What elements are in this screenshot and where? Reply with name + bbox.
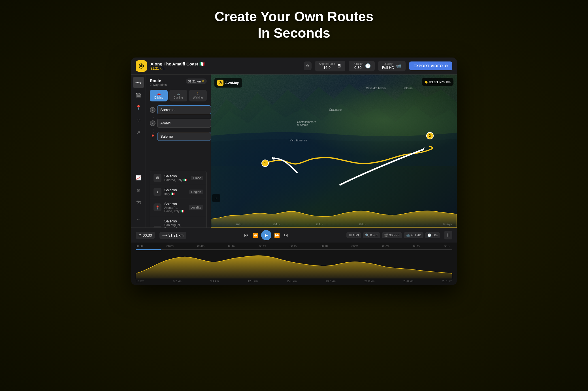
route-panel-title: Route bbox=[150, 78, 167, 83]
video-sidebar-icon: 🎬 bbox=[136, 92, 141, 98]
route-badge-clear[interactable]: ✕ bbox=[202, 79, 204, 83]
headline-line2: In Seconds bbox=[258, 26, 330, 41]
route-icon: ⟿ bbox=[135, 80, 142, 85]
aspect-ratio-label: Aspect Ratio bbox=[319, 62, 335, 65]
svg-text:15 km: 15 km bbox=[272, 223, 280, 226]
waypoint-row-2: 2 bbox=[150, 119, 207, 128]
panel-toggle-button[interactable]: ⏸ bbox=[444, 231, 452, 239]
quality-button[interactable]: Quality Full HD 📹 bbox=[378, 61, 406, 71]
tl-18: 00:18 bbox=[321, 245, 328, 248]
avomap-logo bbox=[217, 80, 223, 86]
app-logo bbox=[136, 60, 147, 72]
waypoint-marker-1: 1 bbox=[261, 160, 269, 167]
speed-icon: 🔍 bbox=[365, 233, 369, 237]
tab-cycling[interactable]: 🚲 Cycling bbox=[169, 90, 187, 101]
sidebar-item-route[interactable]: ⟿ bbox=[133, 77, 144, 88]
svg-point-6 bbox=[220, 82, 221, 83]
dist-icon: ⟷ bbox=[162, 233, 167, 237]
map-info-button[interactable]: ℹ bbox=[212, 194, 220, 202]
timeline-km-labels: 3.1 km 6.2 km 9.4 km 12.5 km 15.6 km 18.… bbox=[136, 280, 452, 283]
sidebar-item-chart[interactable]: 📈 bbox=[133, 172, 144, 183]
gold-diamond-icon: ◆ bbox=[425, 80, 428, 84]
ratio-meta-badge: 🖥 16/9 bbox=[346, 232, 361, 238]
aspect-ratio-value: 16:9 bbox=[323, 65, 331, 70]
waypoint-input-1[interactable] bbox=[157, 105, 211, 114]
sidebar-item-diamond[interactable]: ◇ bbox=[133, 114, 144, 126]
ac-sub-1: Italy 🇮🇹 bbox=[164, 192, 186, 196]
map-elevation-overlay: 10 km 15 km 21 km 25 km bbox=[211, 205, 457, 228]
autocomplete-item-3[interactable]: 🏠 Salerno San Miguel, Buenos Aires Provi… bbox=[150, 216, 206, 228]
tab-driving[interactable]: 🚗 Driving bbox=[150, 90, 168, 101]
cycling-icon: 🚲 bbox=[177, 92, 180, 95]
sidebar-item-layers[interactable]: ⊕ bbox=[133, 184, 144, 196]
km-187: 18.7 km bbox=[325, 280, 336, 283]
map-area[interactable]: Castellammaredi Stabia Gragnano Vico Equ… bbox=[211, 75, 457, 228]
quality-value: Full HD bbox=[382, 65, 394, 70]
cycling-label: Cycling bbox=[174, 96, 183, 99]
ac-sub-3: San Miguel, Buenos Aires Province, B1663… bbox=[164, 223, 188, 228]
fast-forward-button[interactable]: ⏩ bbox=[273, 231, 281, 239]
tl-27: 00:27 bbox=[413, 245, 420, 248]
playback-bar: ⊙ 00:30 ⟷ 31.21 km ⏮ ⏪ ▶ ⏩ ⏭ 🖥 16/9 🔍 0.… bbox=[131, 228, 457, 243]
ac-icon-3: 🏠 bbox=[154, 226, 161, 228]
km-125: 12.5 km bbox=[248, 280, 258, 283]
duration-button[interactable]: Duration 0:30 🕐 bbox=[349, 61, 375, 71]
autocomplete-item-2[interactable]: 📍 Salerno Arena Po, Pavia, Italy 🇮🇹 Loca… bbox=[150, 199, 206, 216]
settings-button[interactable]: ⚙ bbox=[304, 61, 312, 70]
timeline-track[interactable] bbox=[136, 249, 452, 250]
waypoint-input-2[interactable] bbox=[157, 119, 211, 128]
waypoint-row-3: 📍 ✕ bbox=[150, 132, 207, 141]
speed-meta-value: 0.96x bbox=[370, 233, 378, 237]
ac-text-3: Salerno San Miguel, Buenos Aires Provinc… bbox=[164, 219, 188, 228]
ac-text-2: Salerno Arena Po, Pavia, Italy 🇮🇹 bbox=[164, 202, 186, 213]
avomap-text: AvoMap bbox=[225, 81, 239, 85]
svg-text:25 km: 25 km bbox=[359, 223, 366, 226]
rewind-button[interactable]: ⏪ bbox=[252, 231, 259, 239]
skip-to-start-button[interactable]: ⏮ bbox=[243, 231, 250, 239]
svg-text:10 km: 10 km bbox=[236, 223, 243, 226]
waypoint-input-3[interactable] bbox=[157, 132, 211, 141]
export-label: EXPORT VIDEO bbox=[414, 64, 443, 68]
quality-label: Quality bbox=[382, 62, 394, 65]
export-video-button[interactable]: EXPORT VIDEO ⊙ bbox=[409, 61, 452, 70]
export-icon: ⊙ bbox=[445, 64, 448, 68]
tl-00: 00:00 bbox=[136, 245, 143, 248]
pin-icon: 📍 bbox=[136, 105, 141, 110]
autocomplete-item-0[interactable]: 🏛 Salerno Salerno, Italy 🇮🇹 Place bbox=[150, 171, 206, 185]
sidebar-item-video[interactable]: 🎬 bbox=[133, 89, 144, 101]
ac-name-2: Salerno bbox=[164, 202, 186, 206]
video-icon: 📹 bbox=[396, 63, 402, 69]
map-dist-unit: km bbox=[446, 80, 451, 84]
map-dist-value: 31.21 km bbox=[429, 80, 445, 84]
diamond-icon: ◇ bbox=[137, 117, 140, 123]
route-badge-dist: 31.21 km bbox=[188, 80, 201, 83]
playback-time: ⊙ 00:30 bbox=[136, 232, 155, 239]
playback-controls: ⏮ ⏪ ▶ ⏩ ⏭ bbox=[191, 230, 342, 240]
fps-meta-value: 30 FPS bbox=[389, 233, 400, 237]
waypoint-row-1: 1 ✕ bbox=[150, 105, 207, 114]
headline-line1: Create Your Own Routes bbox=[215, 9, 374, 24]
duration-meta-value: 30s bbox=[433, 233, 438, 237]
timeline-progress bbox=[136, 249, 161, 250]
waypoint-num-2: 2 bbox=[150, 120, 155, 126]
driving-icon: 🚗 bbox=[157, 92, 161, 95]
sidebar-item-pin[interactable]: 📍 bbox=[133, 102, 144, 113]
duration-meta-badge: 🕐 30s bbox=[425, 232, 440, 238]
autocomplete-item-1[interactable]: ▲ Salerno Italy 🇮🇹 Region bbox=[150, 185, 206, 199]
skip-to-end-button[interactable]: ⏭ bbox=[283, 231, 289, 239]
sidebar-item-map[interactable]: 🗺 bbox=[133, 197, 144, 208]
play-button[interactable]: ▶ bbox=[261, 230, 271, 240]
ac-name-1: Salerno bbox=[164, 188, 186, 192]
app-header: Along The Amalfi Coast 🇮🇹 31.21 km ⚙ Asp… bbox=[131, 58, 457, 75]
duration-label: Duration bbox=[353, 62, 363, 65]
time-icon: ⊙ bbox=[139, 233, 141, 237]
ac-name-0: Salerno bbox=[164, 174, 188, 178]
sidebar-icons: ⟿ 🎬 📍 ◇ ↗ 📈 ⊕ 🗺 bbox=[131, 75, 146, 228]
tab-walking[interactable]: 🚶 Walking bbox=[189, 90, 207, 101]
sidebar-item-arrow[interactable]: ↗ bbox=[133, 127, 144, 138]
sidebar-item-back[interactable]: ← bbox=[133, 214, 144, 225]
timeline-chart bbox=[136, 251, 452, 279]
tl-06: 00:06 bbox=[197, 245, 204, 248]
aspect-ratio-button[interactable]: Aspect Ratio 16:9 🖥 bbox=[315, 61, 345, 71]
ac-icon-2: 📍 bbox=[154, 203, 161, 211]
